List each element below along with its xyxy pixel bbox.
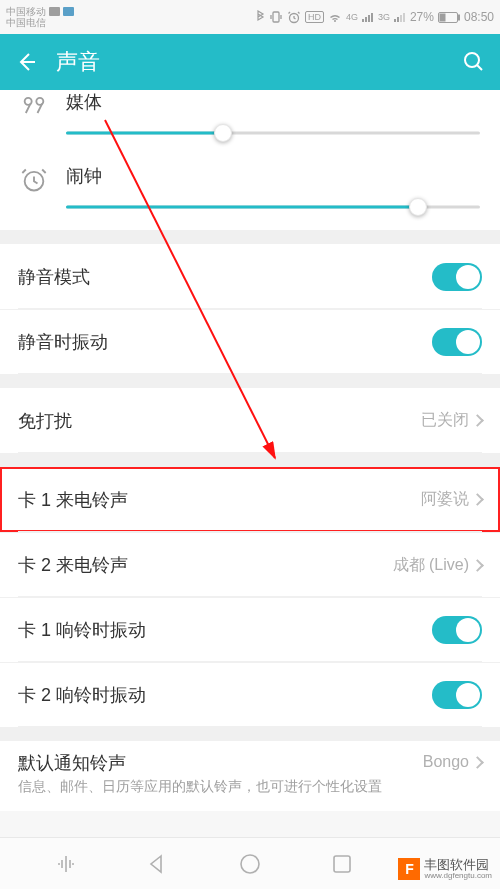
vibrate-on-silent-label: 静音时振动 <box>18 330 108 354</box>
bluetooth-icon <box>255 10 265 24</box>
chevron-right-icon <box>471 559 484 572</box>
hd-icon: HD <box>305 11 324 23</box>
svg-rect-0 <box>273 12 279 22</box>
svg-rect-6 <box>394 19 396 22</box>
alarm-slider[interactable] <box>66 196 480 218</box>
media-label: 媒体 <box>66 90 480 114</box>
vibrate-on-silent-row: 静音时振动 <box>0 309 500 374</box>
media-icon <box>20 92 48 120</box>
chevron-right-icon <box>471 756 484 769</box>
signal2-icon <box>394 12 406 22</box>
silent-mode-toggle[interactable] <box>432 263 482 291</box>
chevron-right-icon <box>471 414 484 427</box>
svg-rect-8 <box>400 15 402 22</box>
sim1-ring-vibrate-label: 卡 1 响铃时振动 <box>18 618 146 642</box>
alarm-icon <box>20 166 48 194</box>
svg-rect-2 <box>362 19 364 22</box>
svg-rect-12 <box>440 14 445 21</box>
wifi-icon <box>328 11 342 23</box>
silent-mode-label: 静音模式 <box>18 265 90 289</box>
alarm-volume-row: 闹钟 <box>0 156 500 230</box>
battery-icon <box>438 12 460 23</box>
default-notification-value: Bongo <box>423 751 482 771</box>
svg-rect-11 <box>458 15 460 20</box>
sim2-ringtone-label: 卡 2 来电铃声 <box>18 553 128 577</box>
dnd-value: 已关闭 <box>421 410 482 431</box>
nav-back-icon[interactable] <box>146 852 170 876</box>
alarm-label: 闹钟 <box>66 164 480 188</box>
default-notification-row[interactable]: 默认通知铃声 信息、邮件、日历等应用的默认铃声，也可进行个性化设置 Bongo <box>0 741 500 811</box>
nav-home-icon[interactable] <box>238 852 262 876</box>
page-title: 声音 <box>56 47 444 77</box>
svg-rect-18 <box>334 856 350 872</box>
svg-rect-5 <box>371 13 373 22</box>
sim1-data-icon <box>63 7 74 16</box>
sim2-ringtone-value: 成都 (Live) <box>393 555 482 576</box>
svg-rect-7 <box>397 17 399 22</box>
dnd-label: 免打扰 <box>18 409 72 433</box>
status-right: HD 4G 3G 27% 08:50 <box>255 10 494 24</box>
back-icon[interactable] <box>14 50 38 74</box>
svg-point-13 <box>465 53 479 67</box>
media-slider[interactable] <box>66 122 480 144</box>
search-icon[interactable] <box>462 50 486 74</box>
watermark: F 丰图软件园 www.dgfengtu.com <box>398 858 492 881</box>
default-notification-sub: 信息、邮件、日历等应用的默认铃声，也可进行个性化设置 <box>18 777 411 797</box>
sim1-ringtone-value: 阿婆说 <box>421 489 482 510</box>
sim1-ringtone-label: 卡 1 来电铃声 <box>18 488 128 512</box>
sim1-indicator-icon <box>49 7 60 16</box>
sim1-ringtone-row[interactable]: 卡 1 来电铃声 阿婆说 <box>0 467 500 532</box>
sim2-ringtone-row[interactable]: 卡 2 来电铃声 成都 (Live) <box>0 532 500 597</box>
status-bar: 中国移动 中国电信 HD 4G 3G 27% 08:50 <box>0 0 500 34</box>
status-carriers: 中国移动 中国电信 <box>6 6 74 28</box>
svg-rect-9 <box>403 13 405 22</box>
alarm-status-icon <box>287 10 301 24</box>
svg-rect-3 <box>365 17 367 22</box>
svg-point-17 <box>241 855 259 873</box>
svg-rect-4 <box>368 15 370 22</box>
chevron-right-icon <box>471 493 484 506</box>
sim1-ring-vibrate-toggle[interactable] <box>432 616 482 644</box>
dnd-row[interactable]: 免打扰 已关闭 <box>0 388 500 453</box>
sim2-ring-vibrate-row: 卡 2 响铃时振动 <box>0 662 500 727</box>
default-notification-label: 默认通知铃声 <box>18 751 411 775</box>
sim1-ring-vibrate-row: 卡 1 响铃时振动 <box>0 597 500 662</box>
media-volume-row: 媒体 <box>0 90 500 156</box>
vibrate-icon <box>269 10 283 24</box>
watermark-logo-icon: F <box>398 858 420 880</box>
nav-voice-icon[interactable] <box>54 852 78 876</box>
signal1-icon <box>362 12 374 22</box>
vibrate-on-silent-toggle[interactable] <box>432 328 482 356</box>
sim2-ring-vibrate-toggle[interactable] <box>432 681 482 709</box>
silent-mode-row: 静音模式 <box>0 244 500 309</box>
app-header: 声音 <box>0 34 500 90</box>
sim2-ring-vibrate-label: 卡 2 响铃时振动 <box>18 683 146 707</box>
nav-recent-icon[interactable] <box>330 852 354 876</box>
